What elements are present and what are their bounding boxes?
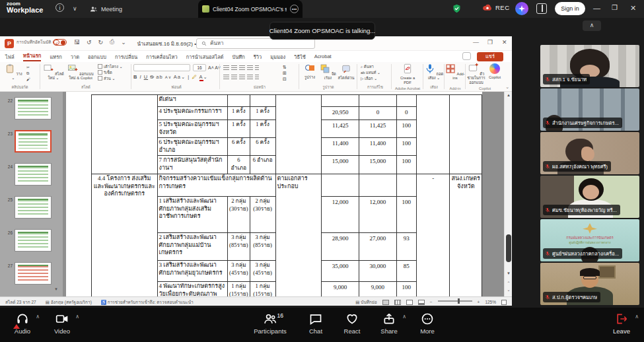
ppt-tab-4[interactable]: ออกแบบ [88,53,106,61]
normal-view-icon[interactable] [382,300,389,305]
previous-slide-icon[interactable]: ⌃ [505,281,512,285]
leave-options-icon[interactable]: ∧ [635,314,639,320]
chat-button[interactable]: Chat [297,312,334,335]
ppt-tab-0[interactable]: ไฟล์ [5,53,15,61]
slide-thumbnail-26[interactable] [15,229,52,252]
shapes-button[interactable]: รูปร่าง [301,63,318,79]
maximize-button[interactable]: ❐ [612,4,618,11]
save-icon[interactable]: 🖫 [74,39,80,46]
thumbnail-scroll-down-icon[interactable]: ▼ [54,287,58,291]
share-options-icon[interactable]: ∧ [402,314,406,320]
slide-thumbnail-25[interactable] [15,196,52,219]
slide-number-indicator[interactable]: สไลด์ 23 จาก 27 [5,299,36,306]
slide-thumbnail-27[interactable] [15,262,52,285]
ppt-tab-2[interactable]: แทรก [50,53,61,61]
ai-companion-icon[interactable] [515,2,528,15]
font-format-buttons[interactable]: B I U S ab A∨ Aa⌄ | 🖉 A⌄ [133,74,208,80]
text-direction-icons[interactable]: ⇅⊞⊟ [283,64,287,82]
tab-shared-screen[interactable]: Client04 Zoom OPSMOAC's scree ••• [198,0,303,18]
collapse-ribbon-icon[interactable]: ⌄ [505,85,509,90]
tab-meeting[interactable]: Meeting [90,0,122,18]
leave-button[interactable]: ∧ Leave [603,312,640,335]
slide-thumbnail-24[interactable] [15,163,52,186]
ppt-share-button[interactable]: แชร์ [477,52,503,61]
participant-video-tile[interactable]: สำนักงานเศรษฐกิจการเกษตร... [540,88,639,131]
participant-video-tile[interactable]: ศมข.ชัยนาท(ห้องพายวัญ หรื... [540,176,639,218]
more-button[interactable]: More [409,312,446,335]
zoom-in-icon[interactable]: + [478,300,480,304]
react-button[interactable]: React [334,312,371,335]
list-indent-icons[interactable] [223,65,261,71]
chevron-down-icon[interactable]: ∨ [73,5,77,12]
ppt-minimize-button[interactable]: — [473,39,479,46]
cut-copy-painter-icons[interactable]: ✂⧉🖌 [26,65,30,83]
slide-thumbnail-23[interactable] [15,130,52,153]
ppt-tab-7[interactable]: การนำเสนอสไลด์ [186,53,224,61]
audio-button[interactable]: ∧ Audio [4,312,41,335]
quick-styles-button[interactable]: สไตล์ด่วน [338,63,355,81]
slide-thumbnail-22[interactable] [15,97,52,120]
info-icon[interactable]: i [55,3,64,12]
redo-icon[interactable]: ↻ [98,39,104,46]
paste-button[interactable]: วาง ⌄ [3,63,24,81]
participant-video-tile[interactable]: กรมฝนหลวงและการบินเกษตร ศูนย์ปฏิบัติการฝ… [540,219,639,261]
slide-sorter-view-icon[interactable] [394,300,401,305]
create-pdf-button[interactable]: Create a PDF [396,63,419,85]
audio-options-icon[interactable]: ∧ [36,314,40,320]
alignment-icons[interactable] [223,75,261,81]
participant-video-tile[interactable]: สสก.1 จ.ชัยนาท [540,45,639,87]
ppt-close-button[interactable]: ✕ [502,39,507,46]
ppt-maximize-button[interactable]: ❐ [487,39,493,46]
current-slide[interactable]: ดีเด่นฯ4 ประชุมคณะกรรมการฯ1 ครั้ง1 ครั้ง… [66,92,482,296]
view-layout-icon[interactable] [536,3,547,14]
autosave-toggle[interactable]: การบันทึกอัตโนมัติ ✓ [17,39,67,46]
ppt-tab-12[interactable]: Acrobat [314,53,332,59]
tab-options-icon[interactable]: ••• [290,5,299,13]
sign-in-button[interactable]: Sign in [555,2,585,15]
close-button[interactable]: ✕ [630,4,636,13]
new-slide-button[interactable]: สไลด์ใหม่ ⌄ [42,63,65,81]
zoom-slider[interactable] [438,300,472,302]
font-size-select[interactable]: 16 [193,64,206,71]
zoom-level[interactable]: 125% [485,300,496,304]
arrange-button[interactable]: จัดเรียง [319,63,337,81]
participant-video-tile[interactable]: ส.ป.ก.ผู้ตรวจฯคมเกษ [540,263,639,305]
ppt-tab-5[interactable]: การเปลี่ยน [115,53,137,61]
zoom-out-icon[interactable]: − [430,300,433,304]
video-options-icon[interactable]: ∧ [75,314,79,320]
ppt-tab-6[interactable]: การเคลื่อนไหว [146,53,178,61]
ppt-tab-1[interactable]: หน้าแรก [23,51,42,61]
fit-slide-icon[interactable] [501,300,507,305]
canvas-scrollbar[interactable]: ▲ ▼ ⌃ ⌄ [504,92,512,296]
addins-button[interactable]: Add-ins [445,63,465,81]
minimize-button[interactable]: — [593,4,600,12]
ppt-tab-9[interactable]: รีวิว [254,53,262,61]
scroll-down-icon[interactable]: ▼ [505,271,512,275]
reading-view-icon[interactable] [406,300,413,305]
share-screen-button[interactable]: ∧ Share [371,312,408,335]
undo-icon[interactable]: ↺ [87,39,92,46]
participants-button[interactable]: 16 Participants [252,312,289,335]
slideshow-view-icon[interactable] [418,300,425,305]
next-slide-icon[interactable]: ⌄ [505,287,512,292]
slide-thumbnail-pane[interactable]: ▼ 222324252627 [0,92,63,296]
accessibility-checker[interactable]: ♿ การช่วยสำหรับการเข้าถึง: ตรวจสอบคำแนะน… [101,299,194,306]
ppt-tab-11[interactable]: วิธีใช้ [294,53,306,61]
dictate-button[interactable]: ถอดเสียง ⌄ [424,63,444,81]
security-shield-icon[interactable] [452,3,462,14]
notes-button[interactable]: ▤ บันทึกย่อ [355,299,376,306]
recording-indicator[interactable]: REC [482,3,510,11]
designer-button[interactable]: ตัวช่วยในการออกแบบ [466,63,486,85]
font-name-select[interactable] [133,64,190,71]
ppt-tab-8[interactable]: บันทึก [232,53,244,61]
collapse-videos-icon[interactable]: ∧ [583,20,601,31]
scroll-up-icon[interactable]: ▲ [505,93,512,97]
copilot-button[interactable]: Copilot [486,63,503,79]
scrollbar-thumb[interactable] [506,234,511,262]
layout-reset-section-buttons[interactable]: เค้าโครง ⌄ รีเซ็ต ส่วน ⌄ [98,64,123,82]
participant-video-tile[interactable]: ผอ.สศท7(อังคณา พุทธศรี) [540,132,639,174]
ppt-tab-3[interactable]: วาด [71,53,79,61]
designer-copilot-button[interactable]: ออกแบบใหม่ & Copilot [66,63,95,81]
comments-icon[interactable] [462,52,471,60]
language-indicator[interactable]: ▤ อังกฤษ (สหรัฐอเมริกา) [46,299,92,306]
